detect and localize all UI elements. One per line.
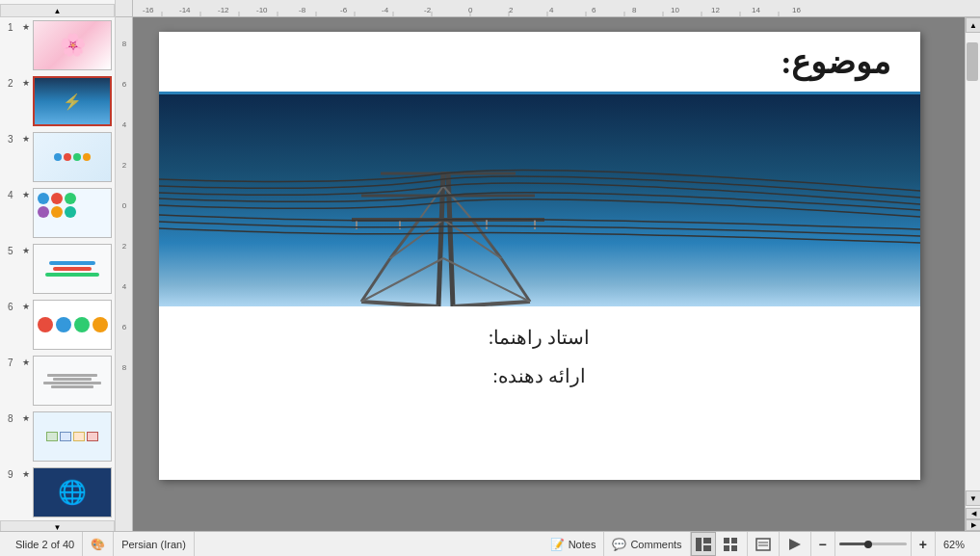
svg-text:-6: -6 xyxy=(340,6,348,14)
svg-text:10: 10 xyxy=(671,6,679,14)
slide-thumbnail-2[interactable] xyxy=(33,76,112,126)
zoom-percent[interactable]: 62% xyxy=(936,532,972,556)
scroll-down-button[interactable]: ▼ xyxy=(966,490,980,506)
theme-icon: 🎨 xyxy=(91,538,105,551)
slide-star-3: ★ xyxy=(22,134,30,144)
panel-scroll-down[interactable]: ▼ xyxy=(0,520,115,531)
status-bar: Slide 2 of 40 🎨 Persian (Iran) 📝 Notes 💬… xyxy=(0,531,980,556)
content-area: -16 -14 -12 -10 -8 -6 -4 -2 0 2 4 6 8 10… xyxy=(116,0,980,531)
svg-text:2: 2 xyxy=(122,161,127,170)
svg-rect-35 xyxy=(116,17,133,499)
scroll-up-button[interactable]: ▲ xyxy=(966,17,980,33)
svg-rect-68 xyxy=(703,538,711,543)
svg-text:-14: -14 xyxy=(179,6,191,14)
slide-thumb-5[interactable]: 5 ★ xyxy=(8,244,107,294)
slide-thumb-1[interactable]: 1 ★ xyxy=(8,20,107,70)
slide-thumbnail-8[interactable] xyxy=(33,411,112,462)
slide-thumbnail-1[interactable] xyxy=(33,20,112,70)
notes-button[interactable]: 📝 Notes xyxy=(543,532,605,556)
zoom-slider-track[interactable] xyxy=(839,543,907,545)
slide-num-2: 2 xyxy=(8,78,19,89)
slide-sorter-icon xyxy=(724,538,739,551)
slideshow-icon xyxy=(787,538,803,551)
slide-thumb-2[interactable]: 2 ★ xyxy=(8,76,107,126)
svg-rect-70 xyxy=(724,538,729,543)
slide-sorter-button[interactable] xyxy=(716,532,748,556)
vertical-scrollbar[interactable]: ▲ ▼ ◀ ▶ xyxy=(965,17,980,531)
presenter-label: ارائه دهنده: xyxy=(198,364,882,387)
panel-scroll-up[interactable]: ▲ xyxy=(0,4,115,17)
slide-star-7: ★ xyxy=(22,357,30,367)
svg-text:-12: -12 xyxy=(218,6,229,14)
slide-thumb-8[interactable]: 8 ★ xyxy=(8,411,107,462)
slide-star-1: ★ xyxy=(22,22,30,32)
slide-num-5: 5 xyxy=(8,246,19,256)
svg-text:0: 0 xyxy=(122,201,127,210)
slide-thumb-6[interactable]: 6 ★ xyxy=(8,300,107,350)
svg-text:-4: -4 xyxy=(382,6,389,14)
slide-image[interactable] xyxy=(159,94,920,306)
ruler-corner xyxy=(116,0,133,17)
slide-thumbnail-5[interactable] xyxy=(33,244,112,294)
reading-view-button[interactable] xyxy=(748,532,780,556)
slide-num-8: 8 xyxy=(8,413,19,424)
svg-text:8: 8 xyxy=(122,363,127,372)
svg-text:0: 0 xyxy=(468,6,473,14)
svg-text:-8: -8 xyxy=(299,6,306,14)
zoom-slider-thumb[interactable] xyxy=(864,541,872,548)
slide-viewport[interactable]: موضوع: xyxy=(133,17,965,531)
slide-star-6: ★ xyxy=(22,302,30,311)
zoom-slider-container[interactable] xyxy=(835,532,912,556)
svg-text:2: 2 xyxy=(509,6,514,14)
scroll-thumb[interactable] xyxy=(967,42,978,81)
slide-thumbnail-3[interactable] xyxy=(33,132,112,182)
slide-header: موضوع: xyxy=(159,32,920,94)
slide-panel[interactable]: ▲ 1 ★ 2 ★ 3 ★ xyxy=(0,0,116,531)
slide-star-5: ★ xyxy=(22,246,30,255)
slide-num-1: 1 xyxy=(8,22,19,33)
scroll-track[interactable] xyxy=(966,33,980,490)
slide-star-2: ★ xyxy=(22,78,30,88)
comments-button[interactable]: 💬 Comments xyxy=(604,532,690,556)
slide-thumbnail-7[interactable] xyxy=(33,356,112,406)
slide-footer: استاد راهنما: ارائه دهنده: xyxy=(159,306,920,422)
scroll-right-small[interactable]: ▶ xyxy=(966,519,980,531)
svg-text:8: 8 xyxy=(122,40,127,48)
svg-marker-77 xyxy=(789,539,801,550)
ruler-wrapper: -16 -14 -12 -10 -8 -6 -4 -2 0 2 4 6 8 10… xyxy=(116,0,980,17)
main-area: ▲ 1 ★ 2 ★ 3 ★ xyxy=(0,0,980,531)
svg-rect-71 xyxy=(731,538,737,543)
slide-thumb-7[interactable]: 7 ★ xyxy=(8,356,107,406)
slide-canvas[interactable]: موضوع: xyxy=(159,32,920,480)
zoom-out-button[interactable]: − xyxy=(811,532,835,556)
svg-text:-10: -10 xyxy=(256,6,268,14)
tower-background xyxy=(159,94,920,306)
svg-text:8: 8 xyxy=(632,6,637,14)
slide-thumb-9[interactable]: 9 ★ 🌐 xyxy=(8,467,107,517)
slide-thumbnail-4[interactable] xyxy=(33,188,112,238)
svg-rect-45 xyxy=(159,94,920,306)
slide-num-7: 7 xyxy=(8,357,19,368)
svg-text:6: 6 xyxy=(592,6,596,14)
zoom-slider-fill xyxy=(839,543,866,545)
ruler-left: 8 6 4 2 0 2 4 6 8 xyxy=(116,17,133,531)
scroll-left-small[interactable]: ◀ xyxy=(966,508,980,519)
svg-text:12: 12 xyxy=(711,6,720,14)
slideshow-button[interactable] xyxy=(780,532,811,556)
slide-num-3: 3 xyxy=(8,134,19,145)
normal-view-button[interactable] xyxy=(691,532,716,556)
svg-rect-69 xyxy=(703,545,711,551)
svg-text:6: 6 xyxy=(122,323,127,331)
comments-icon: 💬 xyxy=(612,538,626,551)
slide-thumbnail-9[interactable]: 🌐 xyxy=(33,467,112,517)
slide-thumb-4[interactable]: 4 ★ xyxy=(8,188,107,238)
slide-num-9: 9 xyxy=(8,469,19,480)
supervisor-label: استاد راهنما: xyxy=(198,326,882,349)
zoom-in-button[interactable]: + xyxy=(912,532,936,556)
theme-icon-item[interactable]: 🎨 xyxy=(83,532,114,556)
slide-star-4: ★ xyxy=(22,190,30,199)
slide-thumbnail-6[interactable] xyxy=(33,300,112,350)
slide-thumb-3[interactable]: 3 ★ xyxy=(8,132,107,182)
language-item: Persian (Iran) xyxy=(114,532,195,556)
svg-text:-16: -16 xyxy=(143,6,154,14)
